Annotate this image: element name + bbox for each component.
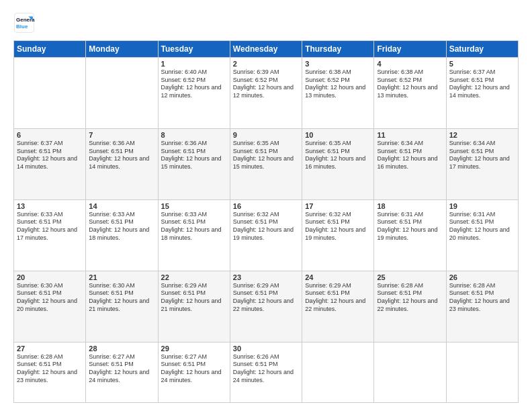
day-number: 29: [161, 345, 227, 353]
day-info: Daylight: 12 hours and 24 minutes.: [161, 369, 227, 384]
day-info: Daylight: 12 hours and 23 minutes.: [449, 298, 515, 313]
day-number: 11: [377, 131, 443, 139]
calendar-cell: 20Sunrise: 6:30 AMSunset: 6:51 PMDayligh…: [14, 271, 86, 342]
day-number: 14: [89, 202, 154, 210]
calendar-cell: [86, 58, 158, 129]
day-info: Sunset: 6:52 PM: [377, 77, 443, 85]
calendar-cell: 26Sunrise: 6:28 AMSunset: 6:51 PMDayligh…: [446, 271, 518, 342]
day-info: Daylight: 12 hours and 24 minutes.: [233, 369, 299, 384]
day-info: Sunrise: 6:32 AM: [233, 211, 299, 219]
day-number: 17: [305, 202, 371, 210]
day-info: Sunset: 6:51 PM: [449, 148, 515, 156]
day-info: Sunset: 6:51 PM: [17, 218, 83, 226]
day-number: 10: [305, 131, 371, 139]
day-info: Sunrise: 6:39 AM: [233, 68, 299, 77]
day-number: 22: [161, 273, 227, 281]
day-info: Sunrise: 6:35 AM: [233, 140, 299, 148]
day-info: Sunrise: 6:37 AM: [449, 68, 515, 77]
day-info: Sunrise: 6:28 AM: [449, 282, 515, 290]
day-info: Daylight: 12 hours and 22 minutes.: [377, 298, 443, 313]
day-info: Daylight: 12 hours and 19 minutes.: [305, 226, 371, 242]
calendar-cell: 16Sunrise: 6:32 AMSunset: 6:51 PMDayligh…: [230, 199, 302, 271]
day-info: Sunset: 6:51 PM: [377, 289, 443, 298]
day-info: Daylight: 12 hours and 18 minutes.: [161, 226, 227, 242]
day-info: Sunset: 6:51 PM: [449, 289, 515, 298]
day-info: Sunrise: 6:38 AM: [305, 68, 371, 77]
calendar-cell: 6Sunrise: 6:37 AMSunset: 6:51 PMDaylight…: [14, 128, 86, 199]
day-info: Sunset: 6:51 PM: [305, 148, 371, 156]
day-info: Daylight: 12 hours and 21 minutes.: [161, 298, 227, 313]
calendar-cell: 30Sunrise: 6:26 AMSunset: 6:51 PMDayligh…: [230, 342, 302, 402]
day-info: Sunrise: 6:27 AM: [89, 353, 154, 361]
calendar-cell: [302, 342, 374, 402]
day-info: Sunset: 6:51 PM: [161, 218, 227, 226]
day-info: Daylight: 12 hours and 14 minutes.: [449, 84, 515, 99]
day-info: Sunrise: 6:28 AM: [377, 282, 443, 290]
day-info: Daylight: 12 hours and 21 minutes.: [89, 298, 154, 313]
calendar-cell: 2Sunrise: 6:39 AMSunset: 6:52 PMDaylight…: [230, 58, 302, 129]
day-number: 30: [233, 345, 299, 353]
day-number: 9: [233, 131, 299, 139]
calendar-cell: 24Sunrise: 6:29 AMSunset: 6:51 PMDayligh…: [302, 271, 374, 342]
day-info: Daylight: 12 hours and 15 minutes.: [233, 155, 299, 171]
day-number: 6: [17, 131, 83, 139]
day-info: Sunset: 6:51 PM: [161, 148, 227, 156]
logo-icon: General Blue: [13, 12, 35, 34]
calendar-cell: 8Sunrise: 6:36 AMSunset: 6:51 PMDaylight…: [158, 128, 230, 199]
day-number: 24: [305, 273, 371, 281]
day-info: Sunset: 6:51 PM: [89, 289, 154, 298]
day-number: 28: [89, 345, 154, 353]
day-info: Sunrise: 6:36 AM: [161, 140, 227, 148]
day-info: Daylight: 12 hours and 14 minutes.: [89, 155, 154, 171]
day-number: 23: [233, 273, 299, 281]
day-info: Sunset: 6:51 PM: [17, 289, 83, 298]
day-info: Sunset: 6:51 PM: [449, 218, 515, 226]
day-info: Sunset: 6:51 PM: [89, 148, 154, 156]
day-number: 1: [161, 60, 227, 68]
calendar-cell: 29Sunrise: 6:27 AMSunset: 6:51 PMDayligh…: [158, 342, 230, 402]
day-info: Sunrise: 6:30 AM: [89, 282, 154, 290]
day-info: Sunset: 6:51 PM: [377, 218, 443, 226]
day-info: Sunset: 6:51 PM: [233, 361, 299, 369]
page: General Blue SundayMondayTuesdayWednesda…: [0, 0, 532, 411]
calendar-cell: [446, 342, 518, 402]
calendar-week-row: 1Sunrise: 6:40 AMSunset: 6:52 PMDaylight…: [14, 58, 519, 129]
day-info: Sunset: 6:51 PM: [89, 361, 154, 369]
calendar-cell: 21Sunrise: 6:30 AMSunset: 6:51 PMDayligh…: [86, 271, 158, 342]
day-number: 7: [89, 131, 154, 139]
day-info: Daylight: 12 hours and 24 minutes.: [89, 369, 154, 384]
calendar-header-saturday: Saturday: [446, 41, 518, 58]
day-number: 20: [17, 273, 83, 281]
calendar-header-row: SundayMondayTuesdayWednesdayThursdayFrid…: [14, 41, 519, 58]
svg-text:Blue: Blue: [16, 24, 28, 30]
calendar-table: SundayMondayTuesdayWednesdayThursdayFrid…: [13, 40, 519, 403]
day-number: 16: [233, 202, 299, 210]
day-info: Sunrise: 6:37 AM: [17, 140, 83, 148]
day-info: Daylight: 12 hours and 20 minutes.: [449, 226, 515, 242]
calendar-cell: 1Sunrise: 6:40 AMSunset: 6:52 PMDaylight…: [158, 58, 230, 129]
day-number: 21: [89, 273, 154, 281]
calendar-week-row: 13Sunrise: 6:33 AMSunset: 6:51 PMDayligh…: [14, 199, 519, 271]
day-info: Daylight: 12 hours and 14 minutes.: [17, 155, 83, 171]
day-info: Daylight: 12 hours and 13 minutes.: [377, 84, 443, 99]
day-info: Sunset: 6:52 PM: [233, 77, 299, 85]
calendar-cell: 5Sunrise: 6:37 AMSunset: 6:51 PMDaylight…: [446, 58, 518, 129]
calendar-cell: 4Sunrise: 6:38 AMSunset: 6:52 PMDaylight…: [374, 58, 446, 129]
calendar-cell: 15Sunrise: 6:33 AMSunset: 6:51 PMDayligh…: [158, 199, 230, 271]
calendar-cell: 22Sunrise: 6:29 AMSunset: 6:51 PMDayligh…: [158, 271, 230, 342]
calendar-header-friday: Friday: [374, 41, 446, 58]
calendar-header-tuesday: Tuesday: [158, 41, 230, 58]
calendar-cell: 12Sunrise: 6:34 AMSunset: 6:51 PMDayligh…: [446, 128, 518, 199]
day-info: Sunset: 6:52 PM: [305, 77, 371, 85]
calendar-cell: 14Sunrise: 6:33 AMSunset: 6:51 PMDayligh…: [86, 199, 158, 271]
day-info: Sunrise: 6:31 AM: [449, 211, 515, 219]
calendar-cell: 19Sunrise: 6:31 AMSunset: 6:51 PMDayligh…: [446, 199, 518, 271]
day-info: Sunrise: 6:38 AM: [377, 68, 443, 77]
calendar-cell: 13Sunrise: 6:33 AMSunset: 6:51 PMDayligh…: [14, 199, 86, 271]
day-info: Sunrise: 6:40 AM: [161, 68, 227, 77]
day-info: Sunrise: 6:32 AM: [305, 211, 371, 219]
day-info: Daylight: 12 hours and 15 minutes.: [161, 155, 227, 171]
day-info: Sunrise: 6:26 AM: [233, 353, 299, 361]
calendar-week-row: 6Sunrise: 6:37 AMSunset: 6:51 PMDaylight…: [14, 128, 519, 199]
day-info: Daylight: 12 hours and 13 minutes.: [305, 84, 371, 99]
